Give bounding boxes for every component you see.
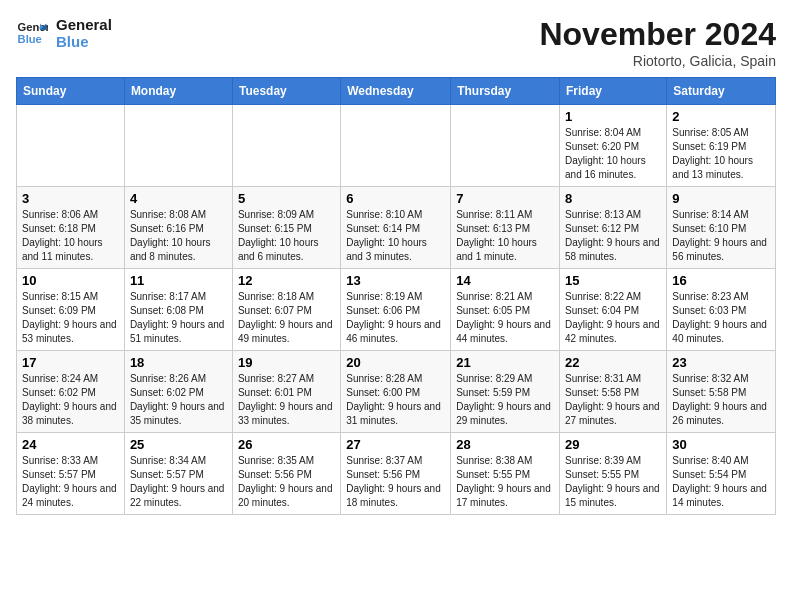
daylight: Daylight: 9 hours and 58 minutes. [565, 236, 661, 264]
day-number: 16 [672, 273, 770, 288]
sunrise: Sunrise: 8:27 AM [238, 372, 335, 386]
table-row: 6 Sunrise: 8:10 AM Sunset: 6:14 PM Dayli… [341, 187, 451, 269]
sunset: Sunset: 6:14 PM [346, 222, 445, 236]
sunrise: Sunrise: 8:24 AM [22, 372, 119, 386]
daylight: Daylight: 9 hours and 17 minutes. [456, 482, 554, 510]
table-row: 27 Sunrise: 8:37 AM Sunset: 5:56 PM Dayl… [341, 433, 451, 515]
day-info: Sunrise: 8:29 AM Sunset: 5:59 PM Dayligh… [456, 372, 554, 428]
sunrise: Sunrise: 8:13 AM [565, 208, 661, 222]
sunset: Sunset: 5:58 PM [565, 386, 661, 400]
day-info: Sunrise: 8:06 AM Sunset: 6:18 PM Dayligh… [22, 208, 119, 264]
day-info: Sunrise: 8:11 AM Sunset: 6:13 PM Dayligh… [456, 208, 554, 264]
sunrise: Sunrise: 8:37 AM [346, 454, 445, 468]
page-header: General Blue General Blue November 2024 … [16, 16, 776, 69]
day-info: Sunrise: 8:13 AM Sunset: 6:12 PM Dayligh… [565, 208, 661, 264]
day-number: 6 [346, 191, 445, 206]
day-number: 1 [565, 109, 661, 124]
sunset: Sunset: 6:00 PM [346, 386, 445, 400]
day-info: Sunrise: 8:21 AM Sunset: 6:05 PM Dayligh… [456, 290, 554, 346]
sunset: Sunset: 6:03 PM [672, 304, 770, 318]
day-info: Sunrise: 8:31 AM Sunset: 5:58 PM Dayligh… [565, 372, 661, 428]
daylight: Daylight: 9 hours and 24 minutes. [22, 482, 119, 510]
sunset: Sunset: 6:12 PM [565, 222, 661, 236]
day-info: Sunrise: 8:38 AM Sunset: 5:55 PM Dayligh… [456, 454, 554, 510]
sunset: Sunset: 5:56 PM [238, 468, 335, 482]
day-number: 22 [565, 355, 661, 370]
sunset: Sunset: 5:57 PM [22, 468, 119, 482]
table-row: 5 Sunrise: 8:09 AM Sunset: 6:15 PM Dayli… [232, 187, 340, 269]
day-number: 18 [130, 355, 227, 370]
table-row [451, 105, 560, 187]
table-row [341, 105, 451, 187]
day-number: 13 [346, 273, 445, 288]
logo-text-general: General [56, 16, 112, 33]
day-info: Sunrise: 8:10 AM Sunset: 6:14 PM Dayligh… [346, 208, 445, 264]
day-info: Sunrise: 8:22 AM Sunset: 6:04 PM Dayligh… [565, 290, 661, 346]
logo-text-blue: Blue [56, 33, 112, 50]
table-row: 16 Sunrise: 8:23 AM Sunset: 6:03 PM Dayl… [667, 269, 776, 351]
sunrise: Sunrise: 8:40 AM [672, 454, 770, 468]
table-row: 11 Sunrise: 8:17 AM Sunset: 6:08 PM Dayl… [124, 269, 232, 351]
daylight: Daylight: 9 hours and 38 minutes. [22, 400, 119, 428]
day-info: Sunrise: 8:37 AM Sunset: 5:56 PM Dayligh… [346, 454, 445, 510]
sunset: Sunset: 5:56 PM [346, 468, 445, 482]
sunrise: Sunrise: 8:17 AM [130, 290, 227, 304]
table-row: 12 Sunrise: 8:18 AM Sunset: 6:07 PM Dayl… [232, 269, 340, 351]
day-info: Sunrise: 8:33 AM Sunset: 5:57 PM Dayligh… [22, 454, 119, 510]
location: Riotorto, Galicia, Spain [539, 53, 776, 69]
table-row: 4 Sunrise: 8:08 AM Sunset: 6:16 PM Dayli… [124, 187, 232, 269]
sunset: Sunset: 6:04 PM [565, 304, 661, 318]
daylight: Daylight: 9 hours and 18 minutes. [346, 482, 445, 510]
svg-text:Blue: Blue [18, 33, 42, 45]
sunset: Sunset: 6:13 PM [456, 222, 554, 236]
day-info: Sunrise: 8:35 AM Sunset: 5:56 PM Dayligh… [238, 454, 335, 510]
sunset: Sunset: 6:01 PM [238, 386, 335, 400]
table-row: 10 Sunrise: 8:15 AM Sunset: 6:09 PM Dayl… [17, 269, 125, 351]
sunrise: Sunrise: 8:21 AM [456, 290, 554, 304]
day-number: 27 [346, 437, 445, 452]
month-title: November 2024 [539, 16, 776, 53]
table-row: 3 Sunrise: 8:06 AM Sunset: 6:18 PM Dayli… [17, 187, 125, 269]
title-block: November 2024 Riotorto, Galicia, Spain [539, 16, 776, 69]
sunset: Sunset: 6:16 PM [130, 222, 227, 236]
sunset: Sunset: 5:59 PM [456, 386, 554, 400]
table-row: 7 Sunrise: 8:11 AM Sunset: 6:13 PM Dayli… [451, 187, 560, 269]
calendar-table: Sunday Monday Tuesday Wednesday Thursday… [16, 77, 776, 515]
day-number: 28 [456, 437, 554, 452]
daylight: Daylight: 9 hours and 56 minutes. [672, 236, 770, 264]
header-monday: Monday [124, 78, 232, 105]
table-row: 18 Sunrise: 8:26 AM Sunset: 6:02 PM Dayl… [124, 351, 232, 433]
sunset: Sunset: 6:18 PM [22, 222, 119, 236]
day-number: 8 [565, 191, 661, 206]
day-number: 15 [565, 273, 661, 288]
sunrise: Sunrise: 8:11 AM [456, 208, 554, 222]
day-info: Sunrise: 8:09 AM Sunset: 6:15 PM Dayligh… [238, 208, 335, 264]
sunset: Sunset: 5:55 PM [565, 468, 661, 482]
calendar-week-row: 24 Sunrise: 8:33 AM Sunset: 5:57 PM Dayl… [17, 433, 776, 515]
daylight: Daylight: 10 hours and 16 minutes. [565, 154, 661, 182]
day-info: Sunrise: 8:28 AM Sunset: 6:00 PM Dayligh… [346, 372, 445, 428]
table-row: 2 Sunrise: 8:05 AM Sunset: 6:19 PM Dayli… [667, 105, 776, 187]
day-info: Sunrise: 8:27 AM Sunset: 6:01 PM Dayligh… [238, 372, 335, 428]
calendar-week-row: 10 Sunrise: 8:15 AM Sunset: 6:09 PM Dayl… [17, 269, 776, 351]
sunrise: Sunrise: 8:14 AM [672, 208, 770, 222]
calendar-week-row: 1 Sunrise: 8:04 AM Sunset: 6:20 PM Dayli… [17, 105, 776, 187]
table-row: 23 Sunrise: 8:32 AM Sunset: 5:58 PM Dayl… [667, 351, 776, 433]
sunset: Sunset: 6:07 PM [238, 304, 335, 318]
table-row: 25 Sunrise: 8:34 AM Sunset: 5:57 PM Dayl… [124, 433, 232, 515]
table-row: 17 Sunrise: 8:24 AM Sunset: 6:02 PM Dayl… [17, 351, 125, 433]
header-tuesday: Tuesday [232, 78, 340, 105]
day-number: 5 [238, 191, 335, 206]
day-number: 14 [456, 273, 554, 288]
daylight: Daylight: 9 hours and 40 minutes. [672, 318, 770, 346]
day-number: 30 [672, 437, 770, 452]
day-info: Sunrise: 8:40 AM Sunset: 5:54 PM Dayligh… [672, 454, 770, 510]
day-number: 9 [672, 191, 770, 206]
table-row: 30 Sunrise: 8:40 AM Sunset: 5:54 PM Dayl… [667, 433, 776, 515]
sunrise: Sunrise: 8:39 AM [565, 454, 661, 468]
day-info: Sunrise: 8:15 AM Sunset: 6:09 PM Dayligh… [22, 290, 119, 346]
day-info: Sunrise: 8:19 AM Sunset: 6:06 PM Dayligh… [346, 290, 445, 346]
table-row: 8 Sunrise: 8:13 AM Sunset: 6:12 PM Dayli… [560, 187, 667, 269]
header-saturday: Saturday [667, 78, 776, 105]
header-wednesday: Wednesday [341, 78, 451, 105]
